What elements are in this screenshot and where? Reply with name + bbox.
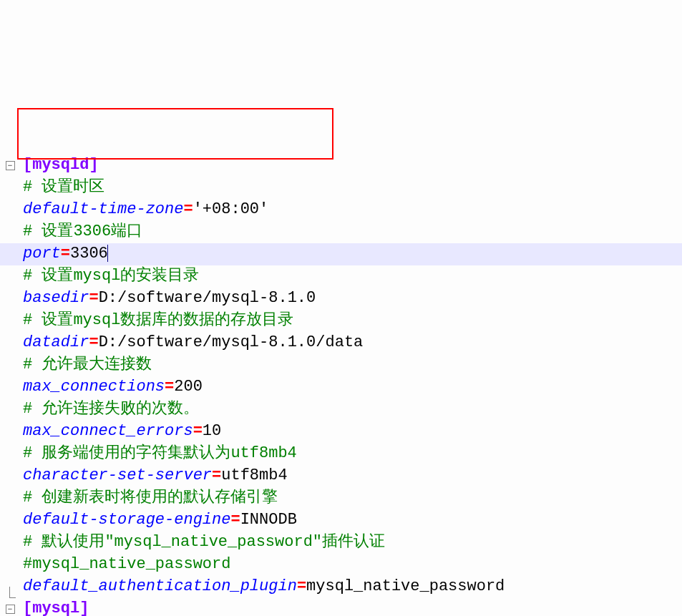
code-line[interactable]: # 设置3306端口 xyxy=(0,221,682,243)
config-value: 200 xyxy=(174,378,203,396)
equals-sign: = xyxy=(89,289,98,307)
comment-text: #mysql_native_password xyxy=(23,555,230,573)
comment-text: # 允许最大连接数 xyxy=(23,356,152,373)
line-content[interactable]: # 默认使用"mysql_native_password"插件认证 xyxy=(20,532,682,554)
config-key: max_connections xyxy=(23,378,165,396)
comment-text: # 创建新表时将使用的默认存储引擎 xyxy=(23,489,278,507)
line-content[interactable]: [mysql] xyxy=(20,598,682,616)
code-line[interactable]: max_connect_errors=10 xyxy=(0,421,682,443)
line-content[interactable]: # 允许连接失败的次数。 xyxy=(20,399,682,421)
config-value: D:/software/mysql-8.1.0 xyxy=(99,289,316,307)
line-content[interactable]: default-storage-engine=INNODB xyxy=(20,509,682,532)
code-line[interactable]: # 设置时区 xyxy=(0,177,682,199)
config-value: '+08:00' xyxy=(193,200,269,218)
code-line[interactable]: default-time-zone='+08:00' xyxy=(0,199,682,221)
code-line[interactable]: character-set-server=utf8mb4 xyxy=(0,465,682,487)
code-line[interactable]: # 创建新表时将使用的默认存储引擎 xyxy=(0,487,682,509)
comment-text: # 设置时区 xyxy=(23,178,104,196)
code-line[interactable]: datadir=D:/software/mysql-8.1.0/data xyxy=(0,332,682,354)
code-line[interactable]: # 允许最大连接数 xyxy=(0,354,682,376)
code-line[interactable]: # 允许连接失败的次数。 xyxy=(0,399,682,421)
equals-sign: = xyxy=(165,378,174,396)
config-value: INNODB xyxy=(240,511,297,529)
config-value: mysql_native_password xyxy=(306,577,505,595)
line-content[interactable]: # 设置时区 xyxy=(20,177,682,199)
code-line[interactable]: −[mysqld] xyxy=(0,155,682,177)
config-key: default-storage-engine xyxy=(23,511,230,529)
config-key: basedir xyxy=(23,289,89,307)
equals-sign: = xyxy=(183,200,193,218)
config-key: default_authentication_plugin xyxy=(23,577,297,595)
line-content[interactable]: character-set-server=utf8mb4 xyxy=(20,465,682,487)
equals-sign: = xyxy=(297,577,306,595)
section-header: [mysql] xyxy=(23,600,89,616)
code-line[interactable]: # 设置mysql数据库的数据的存放目录 xyxy=(0,310,682,332)
line-content[interactable]: max_connections=200 xyxy=(20,376,682,399)
config-value: D:/software/mysql-8.1.0/data xyxy=(99,333,364,351)
equals-sign: = xyxy=(89,333,98,351)
comment-text: # 设置mysql的安装目录 xyxy=(23,267,199,285)
equals-sign: = xyxy=(193,422,203,440)
line-content[interactable]: # 允许最大连接数 xyxy=(20,354,682,376)
config-key: datadir xyxy=(23,333,89,351)
fold-end-corner xyxy=(9,587,16,598)
code-line[interactable]: max_connections=200 xyxy=(0,376,682,399)
config-key: default-time-zone xyxy=(23,200,183,218)
equals-sign: = xyxy=(230,511,240,529)
line-content[interactable]: default_authentication_plugin=mysql_nati… xyxy=(20,576,682,598)
line-content[interactable]: default-time-zone='+08:00' xyxy=(20,199,682,221)
line-content[interactable]: datadir=D:/software/mysql-8.1.0/data xyxy=(20,332,682,354)
code-lines-container: −[mysqld]# 设置时区default-time-zone='+08:00… xyxy=(0,155,682,616)
comment-text: # 允许连接失败的次数。 xyxy=(23,400,199,418)
code-line[interactable]: #mysql_native_password xyxy=(0,554,682,576)
code-line[interactable]: # 服务端使用的字符集默认为utf8mb4 xyxy=(0,443,682,465)
line-content[interactable]: port=3306 xyxy=(20,243,682,265)
config-key: max_connect_errors xyxy=(23,422,193,440)
config-value: utf8mb4 xyxy=(221,466,287,484)
comment-text: # 默认使用"mysql_native_password"插件认证 xyxy=(23,533,385,551)
line-content[interactable]: # 设置3306端口 xyxy=(20,221,682,243)
code-editor[interactable]: −[mysqld]# 设置时区default-time-zone='+08:00… xyxy=(0,88,682,616)
equals-sign: = xyxy=(61,245,70,263)
line-content[interactable]: basedir=D:/software/mysql-8.1.0 xyxy=(20,288,682,310)
code-line[interactable]: # 默认使用"mysql_native_password"插件认证 xyxy=(0,532,682,554)
config-value: 10 xyxy=(203,422,221,440)
equals-sign: = xyxy=(212,466,221,484)
line-content[interactable]: # 设置mysql数据库的数据的存放目录 xyxy=(20,310,682,332)
line-content[interactable]: [mysqld] xyxy=(20,155,682,177)
code-line[interactable]: # 设置mysql的安装目录 xyxy=(0,265,682,288)
line-content[interactable]: max_connect_errors=10 xyxy=(20,421,682,443)
comment-text: # 设置mysql数据库的数据的存放目录 xyxy=(23,311,293,329)
config-key: port xyxy=(23,245,61,263)
comment-text: # 服务端使用的字符集默认为utf8mb4 xyxy=(23,444,297,462)
code-line[interactable]: basedir=D:/software/mysql-8.1.0 xyxy=(0,288,682,310)
highlight-box xyxy=(17,108,333,160)
code-line[interactable]: default-storage-engine=INNODB xyxy=(0,509,682,532)
fold-gutter: − xyxy=(0,161,20,170)
line-content[interactable]: # 设置mysql的安装目录 xyxy=(20,265,682,288)
fold-gutter: − xyxy=(0,605,20,614)
code-line[interactable]: default_authentication_plugin=mysql_nati… xyxy=(0,576,682,598)
section-header: [mysqld] xyxy=(23,156,99,174)
code-line[interactable]: −[mysql] xyxy=(0,598,682,616)
comment-text: # 设置3306端口 xyxy=(23,223,142,240)
config-value: 3306 xyxy=(70,245,108,263)
line-content[interactable]: # 创建新表时将使用的默认存储引擎 xyxy=(20,487,682,509)
line-content[interactable]: # 服务端使用的字符集默认为utf8mb4 xyxy=(20,443,682,465)
fold-minus-icon[interactable]: − xyxy=(6,161,15,170)
fold-minus-icon[interactable]: − xyxy=(6,605,15,614)
text-cursor xyxy=(107,245,108,262)
config-key: character-set-server xyxy=(23,466,212,484)
code-line[interactable]: port=3306 xyxy=(0,243,682,265)
line-content[interactable]: #mysql_native_password xyxy=(20,554,682,576)
